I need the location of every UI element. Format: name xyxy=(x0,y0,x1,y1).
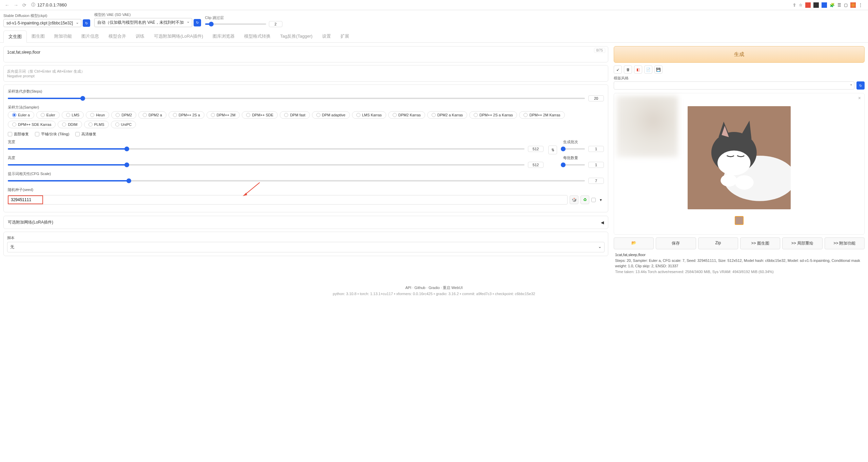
menu-icon[interactable]: ⋮ xyxy=(859,3,863,7)
style-select[interactable] xyxy=(614,81,854,90)
steps-slider[interactable] xyxy=(8,98,585,99)
output-image[interactable] xyxy=(688,106,791,209)
ext-icon-4[interactable] xyxy=(850,2,856,8)
sd-model-select[interactable]: sd-v1-5-inpainting.ckpt [c6bbc15e32] xyxy=(3,19,81,27)
sampler-euler[interactable]: Euler xyxy=(36,111,60,119)
tiling-checkbox[interactable]: 平铺/分块 (Tiling) xyxy=(35,132,69,137)
sampler-dpmppsde[interactable]: DPM++ SDE xyxy=(242,111,278,119)
star-icon[interactable]: ☆ xyxy=(799,3,803,7)
seed-input[interactable] xyxy=(8,195,568,205)
sampler-dpm2a[interactable]: DPM2 a xyxy=(138,111,166,119)
sampler-lms[interactable]: LMS xyxy=(62,111,84,119)
seed-expand-icon[interactable]: ▼ xyxy=(598,198,604,202)
panel-icon[interactable]: ▢ xyxy=(844,3,848,7)
hires-checkbox[interactable]: 高清修复 xyxy=(75,132,96,137)
output-info: 1cat,fat,sleep,floor Steps: 20, Sampler:… xyxy=(614,249,865,277)
file-tool-button[interactable]: 📄 xyxy=(644,65,652,74)
open-folder-button[interactable]: 📂 xyxy=(614,237,654,249)
save-tool-button[interactable]: 💾 xyxy=(654,65,663,74)
sd-model-refresh-button[interactable]: ↻ xyxy=(83,19,90,27)
width-label: 宽度 xyxy=(8,139,544,145)
save-button[interactable]: 保存 xyxy=(656,237,696,249)
width-value[interactable]: 512 xyxy=(528,146,544,152)
tab-settings[interactable]: 设置 xyxy=(317,31,336,42)
sampler-dpm2[interactable]: DPM2 xyxy=(111,111,136,119)
tab-txt2img[interactable]: 文生图 xyxy=(3,31,27,43)
clip-skip-value[interactable]: 2 xyxy=(269,21,282,27)
send-inpaint-button[interactable]: >> 局部重绘 xyxy=(782,237,822,249)
face-restore-checkbox[interactable]: 面部修复 xyxy=(8,132,29,137)
sampler-dpmfast[interactable]: DPM fast xyxy=(280,111,310,119)
vae-refresh-button[interactable]: ↻ xyxy=(194,19,201,26)
sampler-unipc[interactable]: UniPC xyxy=(111,121,136,128)
share-icon[interactable]: ⇪ xyxy=(793,3,796,7)
sampler-ddim[interactable]: DDIM xyxy=(58,121,82,128)
tab-tagger[interactable]: Tag反推(Tagger) xyxy=(275,31,317,42)
steps-value[interactable]: 20 xyxy=(588,95,604,101)
script-select[interactable]: 无⌄ xyxy=(7,242,605,252)
output-thumbnail[interactable] xyxy=(735,216,744,225)
ext-icon-2[interactable] xyxy=(813,2,819,8)
clip-skip-slider[interactable] xyxy=(205,23,266,25)
zip-button[interactable]: Zip xyxy=(698,237,738,249)
sampler-heun[interactable]: Heun xyxy=(86,111,109,119)
tab-convert[interactable]: 模型格式转换 xyxy=(239,31,275,42)
url-text[interactable]: 127.0.0.1:7860 xyxy=(37,2,67,7)
tab-lora[interactable]: 可选附加网络(LoRA插件) xyxy=(149,31,208,42)
seed-random-button[interactable]: 🎲 xyxy=(570,195,578,204)
width-slider[interactable] xyxy=(8,148,525,150)
seed-extra-checkbox[interactable] xyxy=(591,198,596,202)
sampler-dpmpp2sakarras[interactable]: DPM++ 2S a Karras xyxy=(469,111,517,119)
reading-list-icon[interactable]: ☰ xyxy=(837,3,841,7)
svg-point-5 xyxy=(717,151,750,175)
sampler-lmskarras[interactable]: LMS Karras xyxy=(352,111,386,119)
close-icon[interactable]: × xyxy=(858,95,861,101)
prompt-textarea[interactable]: 1cat,fat,sleep,floor 8/75 xyxy=(3,46,608,62)
bookmark-tool-button[interactable]: ◧ xyxy=(634,65,642,74)
height-slider[interactable] xyxy=(8,164,525,166)
height-value[interactable]: 512 xyxy=(528,162,544,168)
footer-links[interactable]: API · Github · Gradio · 重启 WebUI xyxy=(5,285,863,290)
tab-extras[interactable]: 附加功能 xyxy=(50,31,77,42)
arrow-tool-button[interactable]: ↙ xyxy=(614,65,622,74)
nav-fwd-icon: → xyxy=(12,2,20,8)
nav-reload-icon[interactable]: ⟳ xyxy=(20,2,28,8)
batch-size-value[interactable]: 1 xyxy=(588,162,604,168)
swap-dimensions-button[interactable]: ⇅ xyxy=(548,146,557,154)
sampler-dpm2karras[interactable]: DPM2 Karras xyxy=(388,111,425,119)
send-img2img-button[interactable]: >> 图生图 xyxy=(740,237,780,249)
negative-prompt-textarea[interactable]: 反向提示词（按 Ctrl+Enter 或 Alt+Enter 生成） Negat… xyxy=(3,65,608,82)
lora-accordion[interactable]: 可选附加网络(LoRA插件) ◀ xyxy=(3,216,608,229)
sampler-plms[interactable]: PLMS xyxy=(84,121,109,128)
sampler-dpmpp2mkarras[interactable]: DPM++ 2M Karras xyxy=(519,111,565,119)
sampler-radio-group: Euler a Euler LMS Heun DPM2 DPM2 a DPM++… xyxy=(8,111,604,128)
sampler-euler-a[interactable]: Euler a xyxy=(8,111,34,119)
cfg-slider[interactable] xyxy=(8,180,585,181)
puzzle-icon[interactable]: 🧩 xyxy=(830,3,835,7)
tab-train[interactable]: 训练 xyxy=(131,31,149,42)
tab-pnginfo[interactable]: 图片信息 xyxy=(77,31,104,42)
sampler-dpmpp2m[interactable]: DPM++ 2M xyxy=(206,111,240,119)
tab-img2img[interactable]: 图生图 xyxy=(27,31,50,42)
ext-icon-3[interactable] xyxy=(822,2,827,8)
batch-count-value[interactable]: 1 xyxy=(588,146,604,152)
vae-select[interactable]: 自动（仅加载与模型同名的 VAE，未找到时不加 xyxy=(94,18,192,27)
info-icon[interactable]: ⓘ xyxy=(31,2,35,8)
seed-reuse-button[interactable]: ♻ xyxy=(580,195,589,204)
sampler-dpm2akarras[interactable]: DPM2 a Karras xyxy=(427,111,467,119)
trash-tool-button[interactable]: 🗑 xyxy=(624,65,632,74)
sampler-dpmadaptive[interactable]: DPM adaptive xyxy=(312,111,350,119)
style-refresh-button[interactable]: ↻ xyxy=(856,81,865,90)
tab-merge[interactable]: 模型合并 xyxy=(104,31,131,42)
tab-extensions[interactable]: 扩展 xyxy=(336,31,354,42)
send-extras-button[interactable]: >> 附加功能 xyxy=(825,237,865,249)
script-section: 脚本 无⌄ xyxy=(3,232,608,256)
ext-icon-1[interactable] xyxy=(805,2,811,8)
batch-count-slider[interactable] xyxy=(563,148,585,150)
sampler-dpmppsdekarras[interactable]: DPM++ SDE Karras xyxy=(8,121,56,128)
generate-button[interactable]: 生成 xyxy=(614,46,865,63)
batch-size-slider[interactable] xyxy=(563,164,585,166)
tab-gallery[interactable]: 图库浏览器 xyxy=(208,31,239,42)
sampler-dpmpp2sa[interactable]: DPM++ 2S a xyxy=(169,111,204,119)
cfg-value[interactable]: 7 xyxy=(588,178,604,184)
